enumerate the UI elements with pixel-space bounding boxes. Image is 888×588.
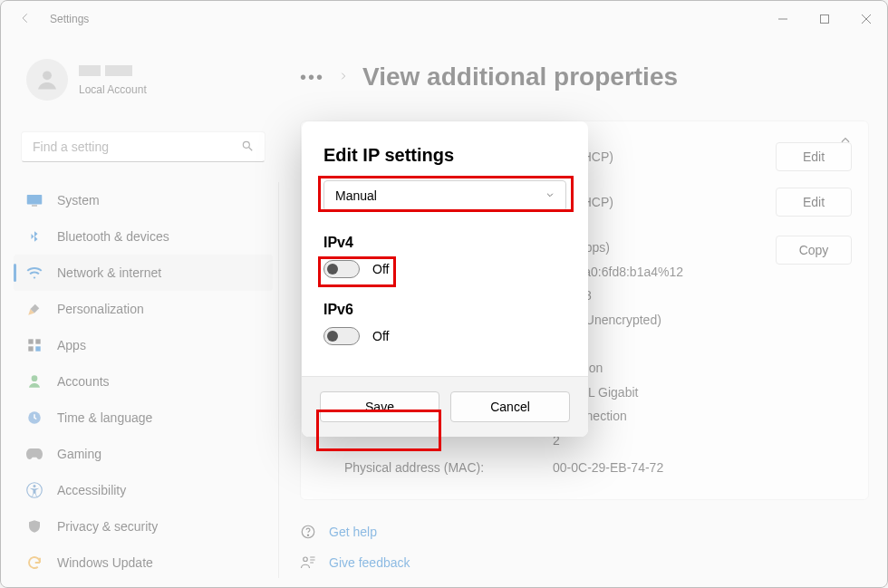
edit-ip-dialog: Edit IP settings Manual IPv4 Off IPv6 Of… [302, 121, 588, 437]
ipv4-label: IPv4 [323, 235, 566, 251]
save-button[interactable]: Save [320, 391, 439, 422]
ipv4-toggle[interactable] [323, 260, 360, 278]
ipv6-state: Off [372, 329, 389, 343]
ip-mode-value: Manual [335, 188, 377, 203]
chevron-down-icon [545, 190, 555, 201]
settings-window: Settings Local Account SystemBluetooth &… [0, 0, 888, 588]
ipv6-toggle[interactable] [323, 327, 360, 345]
ip-mode-select[interactable]: Manual [323, 180, 566, 211]
dialog-title: Edit IP settings [323, 145, 566, 166]
ipv6-label: IPv6 [323, 302, 566, 318]
ipv4-state: Off [372, 262, 389, 276]
cancel-button[interactable]: Cancel [450, 391, 570, 422]
